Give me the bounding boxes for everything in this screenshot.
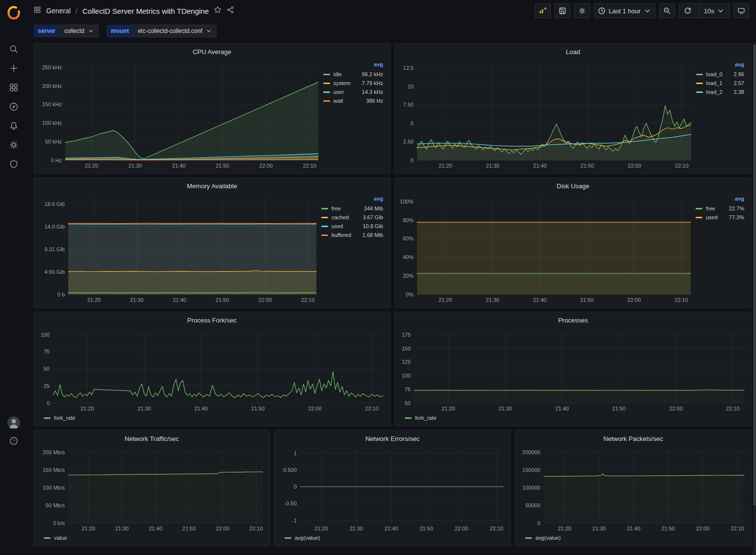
legend-item-buffered[interactable]: buffered1.68 Mib xyxy=(321,231,383,239)
svg-text:100000: 100000 xyxy=(522,485,540,491)
svg-text:50: 50 xyxy=(405,400,411,406)
svg-text:9.31 Gib: 9.31 Gib xyxy=(44,246,65,252)
legend-marker xyxy=(44,537,51,539)
dashboard-settings-button[interactable] xyxy=(574,3,590,18)
variable-mount-dropdown[interactable]: etc-collectd-collectd.conf xyxy=(133,25,216,37)
legend-value: 22.7% xyxy=(721,205,744,211)
legend-item-fork_rate[interactable]: fork_rate xyxy=(44,415,75,421)
legend-item-idle[interactable]: idle96.2 kHz xyxy=(323,70,383,79)
legend: avg(value) xyxy=(518,533,748,543)
legend-value: 10.8 Gib xyxy=(355,223,383,229)
legend-marker xyxy=(525,537,532,539)
legend-avg-header[interactable]: avg xyxy=(696,195,744,204)
legend-value: 344 Mib xyxy=(356,205,383,211)
legend-item-free[interactable]: free344 Mib xyxy=(321,204,383,213)
chart-memory-available: 0 b4.66 Gib9.31 Gib14.0 Gib18.6 Gib21:20… xyxy=(37,193,320,304)
svg-text:22:10: 22:10 xyxy=(301,297,315,303)
legend-item-wait[interactable]: wait386 Hz xyxy=(323,96,383,105)
panel-title[interactable]: Disk Usage xyxy=(398,180,748,193)
legend-item-user[interactable]: user14.3 kHz xyxy=(323,88,383,96)
svg-text:21:50: 21:50 xyxy=(580,297,594,303)
legend-item-system[interactable]: system7.79 kHz xyxy=(323,79,383,88)
panel-title[interactable]: Process Fork/sec xyxy=(37,314,387,327)
vertical-scrollbar[interactable] xyxy=(753,42,756,555)
refresh-button[interactable] xyxy=(679,4,696,18)
svg-text:200 kHz: 200 kHz xyxy=(42,83,62,89)
dashboard-title[interactable]: CollectD Server Metrics with TDengine xyxy=(83,7,209,15)
zoom-out-button[interactable] xyxy=(659,3,675,18)
legend-item-value[interactable]: value xyxy=(44,535,67,541)
legend-item-load_2[interactable]: load_22.38 xyxy=(696,88,744,96)
legend-avg-header[interactable]: avg xyxy=(323,60,383,70)
svg-text:-1: -1 xyxy=(292,518,297,524)
svg-text:21:50: 21:50 xyxy=(612,406,626,411)
legend-item-fork_rate[interactable]: fork_rate xyxy=(405,415,436,421)
legend: avgidle96.2 kHzsystem7.79 kHzuser14.3 kH… xyxy=(322,58,387,170)
variable-mount-label: mount xyxy=(107,25,134,37)
legend-avg-header[interactable]: avg xyxy=(321,195,383,204)
time-range-picker[interactable]: Last 1 hour xyxy=(594,3,655,18)
configuration-gear-icon[interactable] xyxy=(9,140,19,150)
svg-text:21:50: 21:50 xyxy=(661,526,675,531)
add-panel-button[interactable] xyxy=(535,3,551,18)
legend-marker xyxy=(321,208,328,209)
svg-text:22:00: 22:00 xyxy=(259,163,273,169)
panel-title[interactable]: Network Errors/sec xyxy=(278,433,507,445)
variable-mount-value: etc-collectd-collectd.conf xyxy=(138,28,202,34)
share-icon[interactable] xyxy=(226,6,234,16)
legend-marker xyxy=(405,417,412,419)
svg-text:21:20: 21:20 xyxy=(82,526,95,531)
svg-text:50000: 50000 xyxy=(525,502,540,508)
legend-avg-header[interactable]: avg xyxy=(696,60,744,70)
svg-text:0: 0 xyxy=(411,157,414,163)
breadcrumb-folder[interactable]: General xyxy=(46,7,71,15)
svg-text:0: 0 xyxy=(47,400,50,406)
user-avatar[interactable] xyxy=(7,416,20,429)
variable-server: server collectd xyxy=(33,25,99,37)
svg-text:22:10: 22:10 xyxy=(365,406,379,411)
svg-text:200000: 200000 xyxy=(522,449,540,455)
legend-value: 2.38 xyxy=(726,89,744,95)
legend-item-avg(value)[interactable]: avg(value) xyxy=(525,535,560,541)
server-admin-shield-icon[interactable] xyxy=(9,159,19,169)
svg-text:22:10: 22:10 xyxy=(674,297,688,303)
legend-label: load_0 xyxy=(706,71,723,77)
legend: avgfree22.7%used77.3% xyxy=(695,193,748,304)
panel-title[interactable]: Network Traffic/sec xyxy=(37,433,267,445)
legend-item-load_0[interactable]: load_02.86 xyxy=(696,70,744,79)
svg-text:0 b/s: 0 b/s xyxy=(53,520,65,526)
legend-item-free[interactable]: free22.7% xyxy=(696,204,744,213)
alerting-bell-icon[interactable] xyxy=(9,121,19,131)
legend-label: wait xyxy=(334,98,343,104)
scrollbar-thumb[interactable] xyxy=(753,44,756,506)
search-icon[interactable] xyxy=(9,44,19,54)
legend-item-avg(value)[interactable]: avg(value) xyxy=(284,535,320,541)
cycle-view-tv-button[interactable] xyxy=(733,3,749,18)
dashboard-row: CPU Average 0 Hz50 kHz100 kHz150 kHz200 … xyxy=(33,43,752,174)
legend-value: 2.86 xyxy=(726,71,744,77)
variable-server-dropdown[interactable]: collectd xyxy=(60,25,99,37)
panel-title[interactable]: Memory Available xyxy=(37,180,387,193)
legend-item-used[interactable]: used77.3% xyxy=(696,213,744,222)
explore-compass-icon[interactable] xyxy=(9,102,19,112)
chevron-down-icon xyxy=(206,28,212,34)
save-dashboard-button[interactable] xyxy=(555,3,570,18)
legend-item-cached[interactable]: cached3.67 Gib xyxy=(321,213,383,222)
svg-text:22:00: 22:00 xyxy=(627,297,641,303)
add-icon[interactable] xyxy=(9,63,19,73)
panel-title[interactable]: CPU Average xyxy=(37,46,387,58)
grafana-logo-icon[interactable] xyxy=(5,4,23,22)
variable-server-label: server xyxy=(33,25,60,37)
svg-text:21:30: 21:30 xyxy=(499,406,512,411)
legend-item-used[interactable]: used10.8 Gib xyxy=(321,222,383,231)
help-icon[interactable]: ? xyxy=(9,436,19,446)
panel-title[interactable]: Processes xyxy=(398,314,748,327)
dashboards-icon[interactable] xyxy=(9,83,19,92)
legend-item-load_1[interactable]: load_12.57 xyxy=(696,79,744,88)
svg-text:21:40: 21:40 xyxy=(172,163,186,169)
star-icon[interactable] xyxy=(214,6,222,16)
refresh-interval-dropdown[interactable]: 10s xyxy=(699,4,729,18)
svg-text:22:00: 22:00 xyxy=(628,163,642,169)
panel-title[interactable]: Load xyxy=(398,46,748,58)
panel-title[interactable]: Network Packets/sec xyxy=(518,433,748,445)
